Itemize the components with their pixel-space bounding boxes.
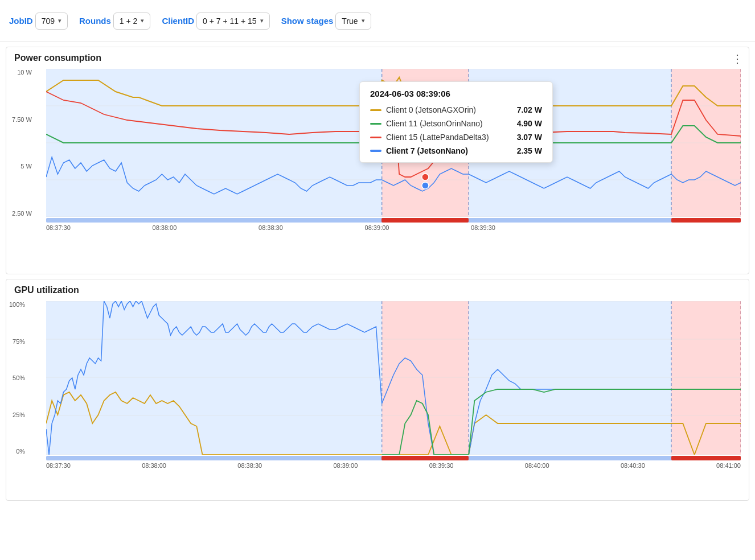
y-axis-label: 10 W [12,69,34,76]
showstages-chevron-icon: ▾ [362,17,365,24]
tooltip-row-client15: Client 15 (LattePandaDelta3) 3.07 W [370,133,542,142]
tooltip-client7-name: Client 7 (JetsonNano) [386,146,510,155]
tooltip-client15-value: 3.07 W [517,133,542,142]
gpu-timeline-bar [46,456,741,460]
clientid-dropdown[interactable]: 0 + 7 + 11 + 15 ▾ [196,13,270,30]
chart-tooltip: 2024-06-03 08:39:06 Client 0 (JetsonAGXO… [359,81,553,163]
y-axis-label: 7.50 W [12,116,34,123]
gpu-chart-panel: GPU utilization 100% 75% 50% 25% 0% [6,279,749,501]
x-label: 08:39:30 [429,462,454,469]
rounds-chevron-icon: ▾ [141,17,144,24]
x-label: 08:40:00 [525,462,549,469]
tooltip-client0-value: 7.02 W [517,105,542,114]
y-axis-label-gpu: 0% [9,448,27,455]
jobid-dropdown[interactable]: 709 ▾ [35,13,68,30]
x-label: 08:39:00 [365,224,389,231]
svg-rect-17 [46,301,382,455]
y-axis-label: 2.50 W [12,210,34,217]
x-label: 08:38:00 [142,462,166,469]
tooltip-row-client7: Client 7 (JetsonNano) 2.35 W [370,146,542,155]
svg-point-16 [422,182,429,189]
jobid-value: 709 [42,17,55,26]
rounds-label: Rounds [79,16,111,26]
tooltip-client0-name: Client 0 (JetsonAGXOrin) [386,105,510,114]
tooltip-client11-name: Client 11 (JetsonOrinNano) [386,119,510,128]
gpu-x-axis: 08:37:30 08:38:00 08:38:30 08:39:00 08:3… [46,460,741,469]
power-chart-panel: Power consumption ⋮ 10 W 7.50 W 5 W 2.50… [6,47,749,274]
gpu-chart-svg [46,301,741,455]
x-label: 08:39:30 [471,224,495,231]
power-timeline-red-segment [381,218,469,223]
jobid-label: JobID [9,16,33,26]
tooltip-client7-value: 2.35 W [517,146,542,155]
tooltip-client11-value: 4.90 W [517,119,542,128]
svg-rect-18 [382,301,469,455]
x-label: 08:38:00 [153,224,177,231]
x-label: 08:41:00 [716,462,741,469]
x-label: 08:38:30 [258,224,283,231]
tooltip-line-client11 [370,123,381,125]
jobid-chevron-icon: ▾ [58,17,61,24]
tooltip-time: 2024-06-03 08:39:06 [370,89,542,98]
showstages-label: Show stages [281,16,334,26]
x-label: 08:37:30 [46,462,71,469]
power-chart-title: Power consumption [6,47,749,65]
rounds-dropdown[interactable]: 1 + 2 ▾ [113,13,151,30]
tooltip-line-client7 [370,150,381,152]
svg-rect-20 [671,301,741,455]
y-axis-label: 5 W [12,163,34,170]
gpu-timeline-red-segment2 [671,456,741,460]
gpu-timeline-red-segment [381,456,469,460]
svg-point-15 [422,174,429,180]
power-x-axis: 08:37:30 08:38:00 08:38:30 08:39:00 08:3… [46,223,741,231]
tooltip-line-client15 [370,137,381,138]
power-timeline-bar [46,218,741,223]
y-axis-label-gpu: 50% [9,374,27,381]
gpu-chart-title: GPU utilization [6,279,749,298]
y-axis-label-gpu: 75% [9,338,27,345]
showstages-value: True [342,17,358,26]
tooltip-line-client0 [370,109,381,111]
y-axis-label-gpu: 100% [9,301,27,308]
tooltip-row-client11: Client 11 (JetsonOrinNano) 4.90 W [370,119,542,128]
clientid-label: ClientID [162,16,194,26]
tooltip-client15-name: Client 15 (LattePandaDelta3) [386,133,510,142]
svg-rect-19 [469,301,671,455]
y-axis-label-gpu: 25% [9,411,27,418]
x-label: 08:38:30 [237,462,262,469]
x-label: 08:37:30 [46,224,71,231]
clientid-value: 0 + 7 + 11 + 15 [203,17,257,26]
x-label: 08:40:30 [621,462,645,469]
showstages-dropdown[interactable]: True ▾ [335,13,371,30]
tooltip-row-client0: Client 0 (JetsonAGXOrin) 7.02 W [370,105,542,114]
top-bar: JobID 709 ▾ Rounds 1 + 2 ▾ ClientID 0 + … [0,0,755,42]
clientid-chevron-icon: ▾ [260,17,264,24]
more-options-icon[interactable]: ⋮ [732,52,743,65]
power-timeline-red-segment2 [671,218,741,223]
rounds-value: 1 + 2 [120,17,138,26]
x-label: 08:39:00 [333,462,358,469]
